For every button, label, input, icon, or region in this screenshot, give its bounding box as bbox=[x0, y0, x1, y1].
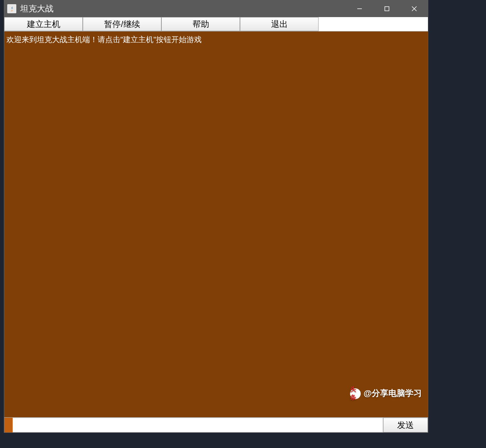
menu-create-host[interactable]: 建立主机 bbox=[4, 17, 83, 31]
welcome-text: 欢迎来到坦克大战主机端！请点击"建立主机"按钮开始游戏 bbox=[6, 35, 426, 44]
chat-input[interactable] bbox=[13, 418, 383, 432]
titlebar: 坦克大战 bbox=[4, 0, 428, 17]
java-icon bbox=[7, 4, 16, 13]
app-window: 坦克大战 建立主机 暂停/继续 帮助 退出 欢迎来到坦克大战主机端！请点击"建立… bbox=[4, 0, 428, 433]
watermark: 头条 @分享电脑学习 bbox=[350, 388, 422, 399]
orange-strip bbox=[4, 418, 13, 432]
game-area: 欢迎来到坦克大战主机端！请点击"建立主机"按钮开始游戏 头条 @分享电脑学习 bbox=[4, 32, 428, 417]
close-button[interactable] bbox=[401, 0, 428, 17]
send-button[interactable]: 发送 bbox=[383, 418, 428, 432]
menubar: 建立主机 暂停/继续 帮助 退出 bbox=[4, 17, 428, 32]
minimize-button[interactable] bbox=[346, 0, 373, 17]
window-controls bbox=[346, 0, 428, 17]
menu-pause-resume[interactable]: 暂停/继续 bbox=[83, 17, 161, 31]
maximize-button[interactable] bbox=[373, 0, 401, 17]
watermark-logo-icon: 头条 bbox=[350, 388, 361, 399]
watermark-text: @分享电脑学习 bbox=[364, 388, 422, 399]
menu-help[interactable]: 帮助 bbox=[161, 17, 240, 31]
menu-exit[interactable]: 退出 bbox=[240, 17, 319, 31]
svg-rect-1 bbox=[385, 7, 389, 11]
window-title: 坦克大战 bbox=[20, 3, 346, 14]
bottom-bar: 发送 bbox=[4, 417, 428, 432]
